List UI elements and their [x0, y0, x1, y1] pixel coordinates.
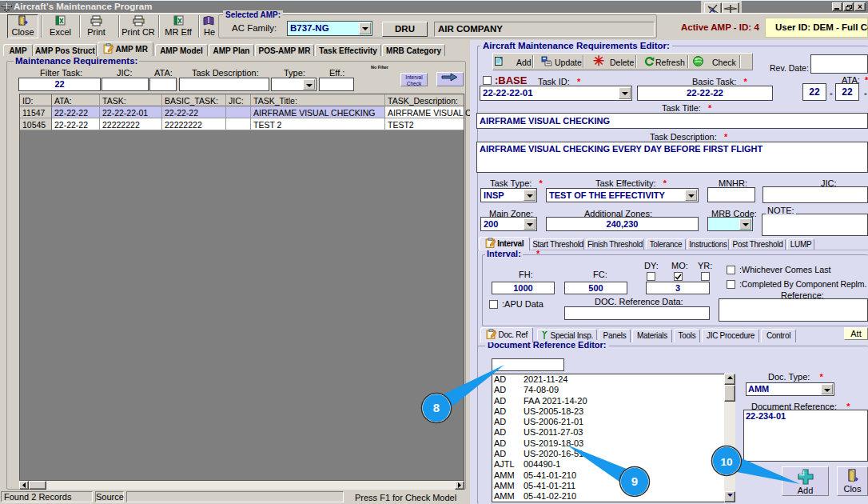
svg-text:8: 8: [433, 401, 440, 414]
svg-text:10: 10: [720, 456, 732, 468]
svg-text:9: 9: [631, 474, 638, 488]
